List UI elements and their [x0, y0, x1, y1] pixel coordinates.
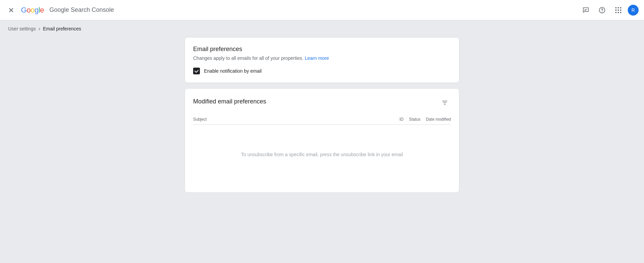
table-header-row: Subject ID Status Date modified: [193, 114, 451, 125]
breadcrumb-parent-link[interactable]: User settings: [8, 26, 36, 31]
svg-point-3: [602, 11, 602, 12]
svg-rect-1: [584, 10, 586, 11]
logo-g2: g: [34, 6, 39, 15]
empty-state-message: To unsubscribe from a specific email, pr…: [241, 152, 403, 157]
filter-icon: [441, 99, 448, 106]
logo-o1: o: [27, 6, 31, 15]
close-button[interactable]: [5, 4, 17, 16]
email-preferences-subtitle: Changes apply to all emails for all of y…: [193, 55, 451, 61]
modified-card-header: Modified email preferences: [193, 97, 451, 109]
svg-rect-0: [584, 9, 587, 9]
help-button[interactable]: [595, 3, 609, 17]
filter-button[interactable]: [439, 97, 451, 109]
logo-g: G: [21, 6, 27, 15]
modified-email-title: Modified email preferences: [193, 98, 266, 105]
header-left: Google Google Search Console: [5, 4, 579, 16]
enable-notification-checkbox[interactable]: [193, 68, 200, 74]
col-header-date-modified: Date modified: [426, 117, 451, 122]
learn-more-link[interactable]: Learn more: [305, 55, 329, 61]
modified-email-preferences-card: Modified email preferences Subject ID St…: [185, 88, 459, 193]
checkmark-icon: [194, 69, 199, 73]
table-empty-state: To unsubscribe from a specific email, pr…: [193, 125, 451, 184]
feedback-icon: [582, 7, 589, 14]
app-header: Google Google Search Console: [0, 0, 644, 20]
app-title: Google Search Console: [49, 6, 114, 14]
enable-notification-label[interactable]: Enable notification by email: [204, 68, 261, 74]
main-content: Email preferences Changes apply to all e…: [177, 37, 467, 201]
breadcrumb-separator: ›: [39, 26, 40, 32]
help-icon: [599, 7, 605, 14]
col-header-subject: Subject: [193, 117, 394, 122]
col-header-id: ID: [399, 117, 404, 122]
apps-button[interactable]: [612, 3, 625, 17]
header-right: R: [579, 3, 639, 17]
grid-dots-icon: [615, 7, 621, 13]
feedback-button[interactable]: [579, 3, 593, 17]
logo-e: e: [40, 6, 44, 15]
breadcrumb-current: Email preferences: [43, 26, 81, 31]
google-logo: Google: [21, 6, 44, 15]
enable-notification-row: Enable notification by email: [193, 68, 451, 74]
col-header-status: Status: [409, 117, 420, 122]
email-preferences-title: Email preferences: [193, 46, 451, 53]
breadcrumb: User settings › Email preferences: [0, 20, 644, 37]
user-avatar[interactable]: R: [628, 5, 639, 16]
logo-o2: o: [30, 6, 34, 15]
email-preferences-card: Email preferences Changes apply to all e…: [185, 37, 459, 83]
